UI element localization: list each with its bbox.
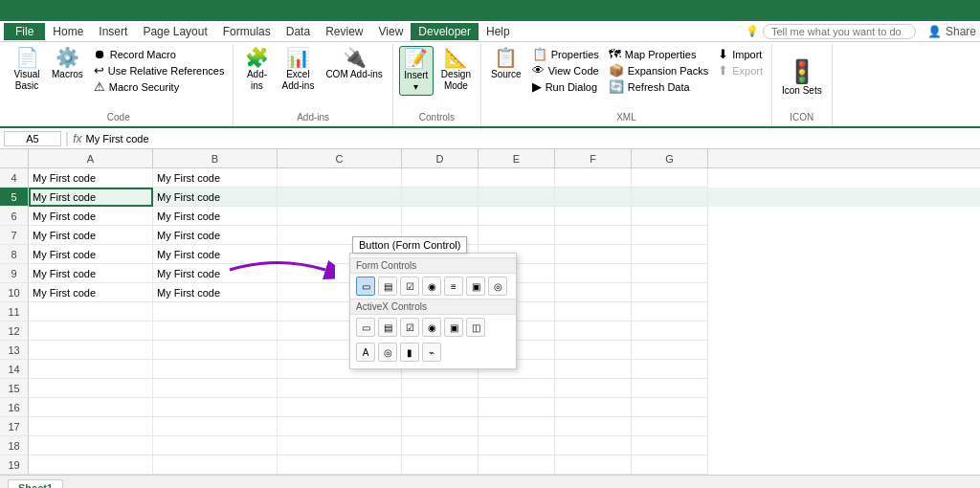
formula-divider: | [65, 130, 69, 147]
macro-security-label: Macro Security [109, 81, 179, 93]
design-icon: 📐 [444, 48, 468, 67]
icon-group-label: ICON [778, 110, 826, 124]
activex-btn-8[interactable]: ◎ [378, 343, 397, 362]
excel-addins-icon: 📊 [286, 48, 310, 67]
activex-btn-9[interactable]: ▮ [400, 343, 419, 362]
import-button[interactable]: ⬇ Import [715, 46, 766, 62]
search-input[interactable] [763, 24, 916, 39]
form-ctrl-btn-4[interactable]: ◉ [422, 277, 441, 296]
form-ctrl-btn-2[interactable]: ▤ [378, 277, 397, 296]
form-ctrl-btn-6[interactable]: ▣ [466, 277, 485, 296]
macros-button[interactable]: ⚙️ Macros [48, 46, 87, 82]
cell-4-a[interactable]: My First code [29, 168, 153, 188]
insert-button[interactable]: 📝 Insert▾ [399, 46, 434, 96]
search-icon: 💡 [746, 25, 759, 37]
activex-btn-4[interactable]: ◉ [422, 318, 441, 337]
ribbon-group-icon: 🚦 Icon Sets ICON [772, 44, 833, 126]
activex-btn-3[interactable]: ☑ [400, 318, 419, 337]
tab-bar: Sheet1 [0, 475, 980, 488]
form-ctrl-btn-5[interactable]: ≡ [444, 277, 463, 296]
row-num-5: 5 [0, 188, 29, 207]
menu-item-developer[interactable]: Developer [411, 23, 479, 40]
share-label: 👤 [927, 25, 942, 38]
formula-input[interactable] [86, 133, 977, 144]
menu-item-home[interactable]: Home [45, 23, 91, 40]
add-ins-button[interactable]: 🧩 Add-ins [239, 46, 274, 94]
ribbon-group-xml: 📋 Source 📋 Properties 👁 View Code ▶ Run … [481, 44, 772, 126]
macro-security-button[interactable]: ⚠ Macro Security [91, 78, 228, 95]
cell-4-e[interactable] [479, 168, 555, 188]
record-macro-label: Record Macro [110, 49, 176, 60]
table-row: 4 My First code My First code [0, 168, 980, 188]
table-row: 17 [0, 417, 980, 436]
col-header-e[interactable]: E [479, 149, 555, 167]
ribbon-group-controls: 📝 Insert▾ 📐 DesignMode Controls [393, 44, 481, 126]
file-menu-item[interactable]: File [4, 23, 45, 40]
menu-item-review[interactable]: Review [318, 23, 370, 40]
cell-4-d[interactable] [402, 168, 479, 188]
excel-add-ins-button[interactable]: 📊 ExcelAdd-ins [278, 46, 318, 94]
icon-sets-button[interactable]: 🚦 Icon Sets [778, 58, 826, 99]
col-header-g[interactable]: G [632, 149, 708, 167]
refresh-data-button[interactable]: 🔄 Refresh Data [606, 78, 711, 95]
col-header-a[interactable]: A [29, 149, 153, 167]
col-header-c[interactable]: C [278, 149, 402, 167]
cell-4-b[interactable]: My First code [153, 168, 278, 188]
form-ctrl-btn-1[interactable]: ▭ [356, 277, 375, 296]
com-label: COM Add-ins [325, 69, 382, 80]
form-ctrl-btn-7[interactable]: ◎ [488, 277, 507, 296]
menu-item-view[interactable]: View [371, 23, 412, 40]
menu-item-page-layout[interactable]: Page Layout [135, 23, 214, 40]
view-code-button[interactable]: 👁 View Code [529, 62, 602, 78]
cell-5-a[interactable]: My First code [29, 188, 153, 207]
map-props-icon: 🗺 [609, 47, 621, 61]
record-macro-button[interactable]: ⏺ Record Macro [91, 46, 228, 62]
name-box[interactable] [4, 131, 61, 146]
run-dialog-button[interactable]: ▶ Run Dialog [529, 78, 602, 95]
menu-item-formulas[interactable]: Formulas [215, 23, 278, 40]
col-header-f[interactable]: F [555, 149, 632, 167]
visual-basic-button[interactable]: 📄 VisualBasic [10, 46, 44, 94]
expansion-packs-button[interactable]: 📦 Expansion Packs [606, 62, 711, 78]
icon-sets-icon: 🚦 [788, 60, 816, 83]
cell-5-d[interactable] [402, 188, 479, 207]
activex-btn-2[interactable]: ▤ [378, 318, 397, 337]
cell-4-c[interactable] [278, 168, 402, 188]
source-button[interactable]: 📋 Source [487, 46, 525, 82]
row-num-4: 4 [0, 168, 29, 188]
use-relative-label: Use Relative References [108, 65, 225, 77]
cell-5-f[interactable] [555, 188, 632, 207]
record-icon: ⏺ [94, 47, 106, 61]
table-row: 15 [0, 379, 980, 398]
menu-search: 💡 👤 Share [746, 24, 976, 39]
design-mode-button[interactable]: 📐 DesignMode [437, 46, 475, 94]
cell-5-g[interactable] [632, 188, 708, 207]
activex-btn-6[interactable]: ◫ [466, 318, 485, 337]
cell-5-e[interactable] [479, 188, 555, 207]
sheet-tab-1[interactable]: Sheet1 [8, 479, 63, 488]
properties-button[interactable]: 📋 Properties [529, 46, 602, 62]
share-text[interactable]: Share [946, 25, 976, 38]
cell-5-b[interactable]: My First code [153, 188, 278, 207]
activex-btn-1[interactable]: ▭ [356, 318, 375, 337]
col-header-d[interactable]: D [402, 149, 479, 167]
activex-btn-10[interactable]: ⌁ [422, 343, 441, 362]
use-relative-button[interactable]: ↩ Use Relative References [91, 62, 228, 78]
cell-4-f[interactable] [555, 168, 632, 188]
map-properties-button[interactable]: 🗺 Map Properties [606, 46, 711, 62]
com-add-ins-button[interactable]: 🔌 COM Add-ins [322, 46, 386, 82]
menu-item-insert[interactable]: Insert [91, 23, 135, 40]
cell-5-c[interactable] [278, 188, 402, 207]
col-header-b[interactable]: B [153, 149, 278, 167]
macros-label: Macros [52, 69, 83, 80]
menu-item-help[interactable]: Help [479, 23, 518, 40]
export-button[interactable]: ⬆ Export [715, 62, 766, 78]
icon-sets-label: Icon Sets [782, 85, 822, 97]
menu-item-data[interactable]: Data [278, 23, 318, 40]
map-properties-label: Map Properties [625, 49, 697, 60]
import-icon: ⬇ [718, 47, 728, 61]
activex-btn-5[interactable]: ▣ [444, 318, 463, 337]
cell-4-g[interactable] [632, 168, 708, 188]
form-ctrl-btn-3[interactable]: ☑ [400, 277, 419, 296]
activex-btn-7[interactable]: A [356, 343, 375, 362]
